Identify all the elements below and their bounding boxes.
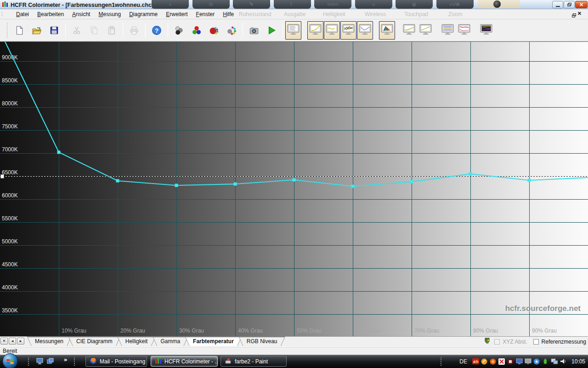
redlines-chart-icon xyxy=(458,24,470,37)
luminance-view-button[interactable] xyxy=(324,21,340,40)
cie-diagram-view-button[interactable] xyxy=(379,21,395,40)
menu-fenster[interactable]: Fenster xyxy=(192,10,219,19)
toolbar-separator xyxy=(168,23,168,38)
cut-button[interactable] xyxy=(68,22,85,39)
menu-messung[interactable]: Messung xyxy=(94,10,125,19)
help-button[interactable]: ? xyxy=(148,22,165,39)
quicklaunch-overflow-chevron[interactable]: » xyxy=(64,356,67,363)
tab-label: Messungen xyxy=(28,337,71,346)
brightness-key-icon: ☼ xyxy=(355,0,392,9)
measurements-view-button[interactable] xyxy=(285,21,301,40)
volume-tray-icon[interactable] xyxy=(560,358,566,365)
red-measure-button[interactable] xyxy=(205,22,223,39)
contrast-view-button[interactable] xyxy=(418,21,434,40)
checkbox-referenzmessung[interactable] xyxy=(533,339,539,345)
data-point-marker xyxy=(410,180,413,184)
save-button[interactable] xyxy=(45,22,63,39)
color-temperature-chart: 9000K8500K8000K7500K7000K6500K6000K5500K… xyxy=(0,41,588,336)
run-measure-button[interactable] xyxy=(263,22,280,39)
tab-cie-diagramm[interactable]: CIE Diagramm xyxy=(68,337,120,346)
copy-button[interactable] xyxy=(85,22,103,39)
saturation-view-button[interactable] xyxy=(456,21,472,40)
start-button[interactable] xyxy=(2,353,18,368)
writer-tray-icon[interactable] xyxy=(507,358,514,365)
quicklaunch-grip[interactable] xyxy=(28,357,29,366)
redmeasure-icon xyxy=(209,25,219,35)
sleep-key-icon: ☾ xyxy=(274,0,311,8)
menubar-grip[interactable] xyxy=(1,11,3,17)
menu-hilfe[interactable]: Hilfe xyxy=(219,10,238,19)
data-point-marker xyxy=(293,178,296,182)
menu-diagramme[interactable]: Diagramme xyxy=(125,10,162,19)
power-tray-icon[interactable] xyxy=(542,358,549,365)
toolbar-separator xyxy=(145,23,146,38)
speaker-key-icon: ♪ xyxy=(152,0,189,8)
menu-bearbeiten[interactable]: Bearbeiten xyxy=(33,10,68,19)
watermark: hcfr.sourceforge.net xyxy=(505,304,581,313)
show-desktop-icon[interactable] xyxy=(36,357,44,365)
search-key-icon: ⊙ xyxy=(192,0,230,8)
tab-label: RGB Niveau xyxy=(239,337,285,346)
restore-button[interactable] xyxy=(564,1,575,8)
dark-view-button[interactable] xyxy=(478,21,494,40)
grayscale-measure-button[interactable] xyxy=(170,22,188,39)
close-button[interactable]: ✕ xyxy=(575,1,588,8)
updater-tray-icon[interactable] xyxy=(481,358,488,365)
open-icon xyxy=(32,25,42,35)
minimize-button[interactable] xyxy=(552,1,563,8)
network-tray-icon[interactable] xyxy=(551,358,558,365)
mdi-window-controls: ✕ xyxy=(566,11,582,16)
prev-tab-button[interactable]: ◂ xyxy=(9,338,16,345)
tab-helligkeit[interactable]: Helligkeit xyxy=(118,337,156,346)
tab-messungen[interactable]: Messungen xyxy=(27,337,71,346)
snapshot-button[interactable] xyxy=(245,22,263,39)
taskband-grip[interactable] xyxy=(74,357,75,366)
full-measure-button[interactable] xyxy=(223,22,240,39)
gamma2-view-button[interactable] xyxy=(401,21,417,40)
tab-gamma[interactable]: Gamma xyxy=(153,337,188,346)
hcfr-bars-icon xyxy=(155,357,162,366)
window-switcher-icon[interactable] xyxy=(46,357,55,365)
gamma-curve-view-button[interactable] xyxy=(307,21,323,40)
print-icon xyxy=(129,25,139,35)
primaries-measure-button[interactable] xyxy=(188,22,205,39)
checkbox-label: XYZ Abst. xyxy=(503,339,527,345)
data-point-marker xyxy=(351,185,355,188)
taskbar-clock[interactable]: 10:05 xyxy=(571,358,585,365)
print-button[interactable] xyxy=(125,22,143,39)
toolbar-grip[interactable] xyxy=(6,23,8,38)
toolbar: ? xyxy=(0,19,588,41)
monitor-tray-icon[interactable] xyxy=(525,358,531,365)
language-indicator[interactable]: DE xyxy=(459,358,467,365)
open-file-button[interactable] xyxy=(28,22,45,39)
new-file-button[interactable] xyxy=(11,22,28,39)
task-button-2[interactable]: HCFR Colorimeter - ... xyxy=(151,356,218,367)
close-tabstrip-button[interactable]: ✕ xyxy=(0,338,8,345)
paste-button[interactable] xyxy=(103,22,120,39)
tab-farbtemperatur[interactable]: Farbtemperatur xyxy=(185,337,242,346)
menu-erweitert[interactable]: Erweitert xyxy=(162,10,192,19)
task-button-1[interactable]: Mail - Posteingang (... xyxy=(85,356,147,367)
display-tray-icon[interactable] xyxy=(516,358,523,365)
table-chart-icon xyxy=(287,24,300,37)
next-tab-button[interactable]: ▸ xyxy=(17,338,24,345)
disc-tray-icon[interactable] xyxy=(533,358,540,365)
play-icon xyxy=(266,25,277,35)
ati-tray-icon[interactable]: ATI xyxy=(472,358,479,365)
menu-ansicht[interactable]: Ansicht xyxy=(68,10,94,19)
mdi-close-button[interactable]: ✕ xyxy=(577,11,582,16)
tray-grip[interactable] xyxy=(440,357,442,366)
color-temp-view-button[interactable] xyxy=(357,21,373,40)
antivirus-tray-icon[interactable] xyxy=(498,358,505,365)
data-point-marker xyxy=(116,179,119,183)
browser-tray-icon[interactable] xyxy=(490,358,497,365)
task-button-3[interactable]: farbe2 - Paint xyxy=(220,356,287,367)
ghost-label: Ruhezustand xyxy=(239,11,271,17)
tab-rgb-niveau[interactable]: RGB Niveau xyxy=(239,337,285,346)
ghost-label: Wireless xyxy=(365,11,386,17)
checkbox-xyzabst[interactable] xyxy=(494,339,500,345)
menu-datei[interactable]: Datei xyxy=(12,10,33,19)
rgb-levels-view-button[interactable] xyxy=(340,21,356,40)
close-icon: ✕ xyxy=(579,1,583,8)
multilines-view-button[interactable] xyxy=(440,21,456,40)
